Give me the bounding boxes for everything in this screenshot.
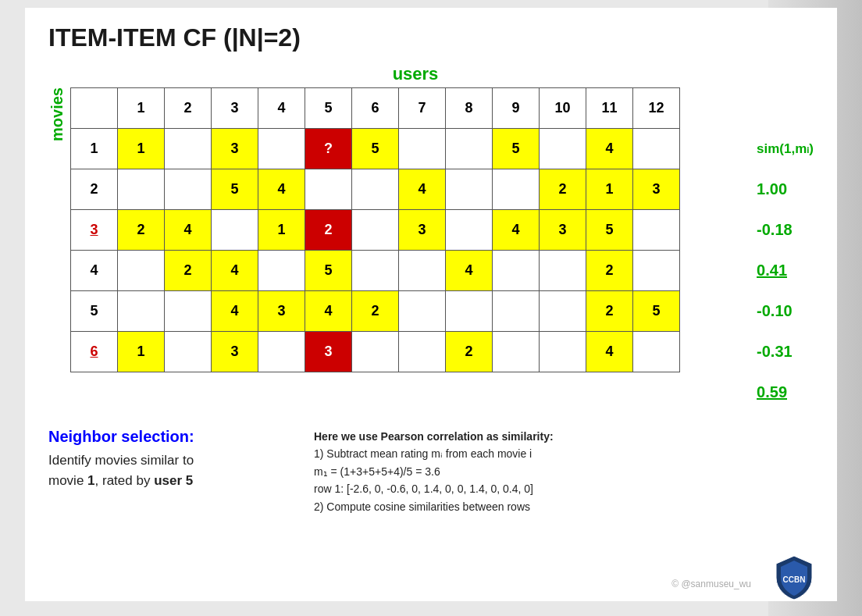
cell-r2-c6: 3 xyxy=(399,210,446,251)
cell-r5-c6 xyxy=(399,332,446,372)
cell-r2-c3: 1 xyxy=(258,210,305,251)
cell-r5-c1 xyxy=(165,332,212,372)
table-section: movies 123456789101112 113?5542544213324… xyxy=(48,87,814,412)
users-label: users xyxy=(111,64,720,84)
cell-r4-c2: 4 xyxy=(212,291,258,332)
col-header-10: 10 xyxy=(540,88,586,129)
row-header-3: 3 xyxy=(71,210,118,251)
cell-r3-c2: 4 xyxy=(212,251,258,291)
cell-r4-c9 xyxy=(540,291,586,332)
row-header-5: 5 xyxy=(71,291,118,332)
sim-column: sim(1,mᵢ) 1.00-0.180.41-0.10-0.310.59 xyxy=(753,87,814,412)
cell-r3-c4: 5 xyxy=(305,251,352,291)
sim-header: sim(1,mᵢ) xyxy=(753,128,814,169)
cell-r5-c8 xyxy=(493,332,540,372)
cell-r2-c7 xyxy=(446,210,493,251)
cell-r4-c4: 4 xyxy=(305,291,352,332)
cell-r0-c11 xyxy=(633,129,680,169)
cell-r1-c8 xyxy=(493,169,540,210)
cell-r1-c5 xyxy=(352,169,399,210)
cell-r3-c10: 2 xyxy=(586,251,633,291)
cell-r3-c1: 2 xyxy=(165,251,212,291)
cell-r4-c6 xyxy=(399,291,446,332)
cell-r3-c6 xyxy=(399,251,446,291)
pearson-title: Here we use Pearson correlation as simil… xyxy=(314,430,554,443)
pearson-step: 1) Subtract mean rating mᵢ from each mov… xyxy=(314,447,532,460)
col-header-11: 11 xyxy=(586,88,633,129)
cell-r2-c10: 5 xyxy=(586,210,633,251)
corner-header xyxy=(71,88,118,129)
cell-r2-c5 xyxy=(352,210,399,251)
col-header-3: 3 xyxy=(212,88,258,129)
cell-r3-c7: 4 xyxy=(446,251,493,291)
cell-r1-c7 xyxy=(446,169,493,210)
cell-r1-c9: 2 xyxy=(540,169,586,210)
pearson-step: m₁ = (1+3+5+5+4)/5 = 3.6 xyxy=(314,465,440,478)
cell-r4-c5: 2 xyxy=(352,291,399,332)
col-header-5: 5 xyxy=(305,88,352,129)
watermark: © @sanmuseu_wu xyxy=(671,579,751,589)
sim-value-row-1: 1.00 xyxy=(753,169,814,209)
sim-value-row-5: -0.31 xyxy=(753,331,814,372)
table-row: 2544213 xyxy=(71,169,680,210)
pearson-step: row 1: [-2.6, 0, -0.6, 0, 1.4, 0, 0, 1.4… xyxy=(314,482,533,495)
cell-r0-c4: ? xyxy=(305,129,352,169)
table-row: 5434225 xyxy=(71,291,680,332)
cell-r5-c7: 2 xyxy=(446,332,493,372)
cell-r1-c11: 3 xyxy=(633,169,680,210)
cell-r2-c4: 2 xyxy=(305,210,352,251)
cell-r3-c5 xyxy=(352,251,399,291)
cell-r5-c9 xyxy=(540,332,586,372)
cell-r4-c8 xyxy=(493,291,540,332)
table-row: 324123435 xyxy=(71,210,680,251)
rating-table: 123456789101112 113?55425442133241234354… xyxy=(70,87,680,372)
cell-r4-c1 xyxy=(165,291,212,332)
bottom-section: Neighbor selection: Identify movies simi… xyxy=(48,428,814,515)
cell-r1-c0 xyxy=(118,169,165,210)
cell-r5-c5 xyxy=(352,332,399,372)
cell-r0-c7 xyxy=(446,129,493,169)
neighbor-text: Identify movies similar to movie 1, rate… xyxy=(48,450,298,490)
neighbor-title: Neighbor selection: xyxy=(48,428,298,446)
col-header-7: 7 xyxy=(399,88,446,129)
cell-r1-c2: 5 xyxy=(212,169,258,210)
cell-r0-c5: 5 xyxy=(352,129,399,169)
cell-r2-c0: 2 xyxy=(118,210,165,251)
cell-r3-c3 xyxy=(258,251,305,291)
neighbor-text1: Identify movies similar to xyxy=(48,453,194,468)
sim-value-row-4: -0.10 xyxy=(753,290,814,331)
cell-r1-c3: 4 xyxy=(258,169,305,210)
shield-icon: CCBN xyxy=(775,554,814,601)
row-header-1: 1 xyxy=(71,129,118,169)
cell-r0-c2: 3 xyxy=(212,129,258,169)
movies-label: movies xyxy=(48,87,66,173)
table-wrapper: 123456789101112 113?55425442133241234354… xyxy=(70,87,745,372)
row-header-6: 6 xyxy=(71,332,118,372)
cell-r1-c6: 4 xyxy=(399,169,446,210)
cell-r0-c6 xyxy=(399,129,446,169)
main-container: ITEM-ITEM CF (|N|=2) users movies 123456… xyxy=(25,8,837,601)
cell-r2-c11 xyxy=(633,210,680,251)
page-title: ITEM-ITEM CF (|N|=2) xyxy=(48,23,814,52)
cell-r0-c9 xyxy=(540,129,586,169)
table-row: 113?554 xyxy=(71,129,680,169)
cell-r5-c0: 1 xyxy=(118,332,165,372)
cell-r1-c4 xyxy=(305,169,352,210)
pearson-section: Here we use Pearson correlation as simil… xyxy=(314,428,814,515)
cell-r4-c3: 3 xyxy=(258,291,305,332)
cell-r0-c3 xyxy=(258,129,305,169)
cell-r3-c9 xyxy=(540,251,586,291)
cell-r3-c8 xyxy=(493,251,540,291)
cell-r0-c8: 5 xyxy=(493,129,540,169)
sim-value-row-6: 0.59 xyxy=(753,372,814,412)
cell-r4-c7 xyxy=(446,291,493,332)
col-header-12: 12 xyxy=(633,88,680,129)
cell-r1-c1 xyxy=(165,169,212,210)
cell-r3-c0 xyxy=(118,251,165,291)
cell-r4-c0 xyxy=(118,291,165,332)
cell-r2-c2 xyxy=(212,210,258,251)
logo: CCBN xyxy=(775,554,814,593)
cell-r2-c9: 3 xyxy=(540,210,586,251)
pearson-text: Here we use Pearson correlation as simil… xyxy=(314,428,814,515)
cell-r0-c0: 1 xyxy=(118,129,165,169)
